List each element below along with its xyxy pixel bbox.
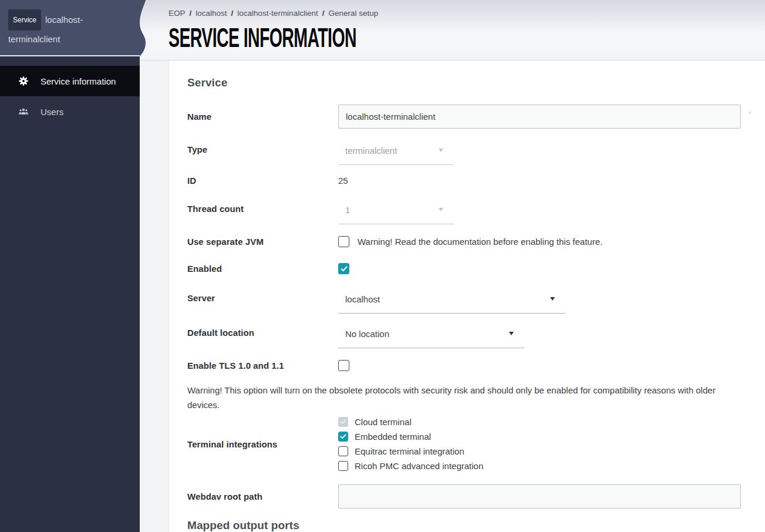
main-content: EOP/localhost/localhost-terminalclient/G…: [140, 0, 765, 532]
thread-count-select: 1: [338, 204, 454, 224]
ricoh-pmc-integration-label: Ricoh PMC advanced integration: [355, 461, 483, 471]
use-separate-jvm-checkbox[interactable]: [338, 236, 349, 247]
name-input-wrap: *: [338, 105, 741, 129]
id-label: ID: [187, 176, 338, 186]
sidebar-service-header: Servicelocalhost-terminalclient: [0, 0, 140, 56]
form-row-thread-count: Thread count 1: [187, 204, 741, 224]
page-header: EOP/localhost/localhost-terminalclient/G…: [140, 0, 765, 60]
sidebar-item-users[interactable]: Users: [0, 96, 140, 127]
form-row-enabled: Enabled: [187, 262, 741, 275]
webdav-root-path-label: Webdav root path: [187, 491, 338, 501]
server-label: Server: [187, 293, 338, 314]
name-input[interactable]: [338, 105, 741, 129]
embedded-terminal-checkbox[interactable]: [338, 432, 348, 442]
ricoh-pmc-integration-checkbox[interactable]: [338, 461, 348, 471]
breadcrumb-item-localhost[interactable]: localhost: [196, 9, 227, 18]
form-row-default-location: Default location No location: [187, 328, 741, 348]
terminal-integrations-group: Cloud terminal Embedded terminal Equitra…: [338, 415, 483, 473]
caret-down-icon: [439, 149, 443, 152]
option-equitrac-integration: Equitrac terminal integration: [338, 444, 483, 459]
enabled-label: Enabled: [187, 264, 338, 274]
terminal-integrations-label: Terminal integrations: [187, 439, 338, 449]
webdav-root-path-input[interactable]: [338, 484, 741, 509]
page-title: SERVICE INFORMATION: [168, 22, 356, 53]
name-label: Name: [187, 112, 338, 122]
id-value: 25: [338, 176, 348, 186]
server-select[interactable]: localhost: [338, 293, 565, 314]
breadcrumb-separator: /: [190, 9, 192, 18]
type-select-value: terminalclient: [345, 144, 454, 157]
enable-tls-label: Enable TLS 1.0 and 1.1: [187, 361, 338, 371]
default-location-select[interactable]: No location: [338, 328, 524, 348]
section-heading-mapped-output-ports: Mapped output ports: [187, 519, 741, 532]
service-badge: Service: [8, 9, 41, 31]
required-asterisk-icon: *: [749, 109, 751, 119]
sidebar-item-label: Users: [41, 107, 63, 117]
form-row-type: Type terminalclient: [187, 144, 741, 165]
option-ricoh-pmc-integration: Ricoh PMC advanced integration: [338, 459, 483, 473]
option-cloud-terminal: Cloud terminal: [338, 415, 483, 429]
equitrac-integration-label: Equitrac terminal integration: [355, 446, 464, 456]
sidebar: Servicelocalhost-terminalclient Service …: [0, 0, 140, 532]
caret-down-icon: [509, 332, 514, 335]
form-row-use-separate-jvm: Use separate JVM Warning! Read the docum…: [187, 235, 741, 248]
enabled-checkbox[interactable]: [338, 263, 349, 274]
sidebar-nav: Service information Users: [0, 56, 140, 127]
server-select-value: localhost: [345, 293, 565, 305]
breadcrumb-item-general-setup: General setup: [328, 9, 378, 18]
breadcrumb-item-eop[interactable]: EOP: [168, 9, 186, 18]
form-row-name: Name *: [187, 105, 741, 129]
form-row-enable-tls: Enable TLS 1.0 and 1.1: [187, 359, 741, 372]
caret-down-icon: [550, 297, 555, 301]
cloud-terminal-checkbox: [338, 417, 348, 427]
sidebar-service-title: Servicelocalhost-terminalclient: [8, 9, 132, 48]
webdav-input-wrap: [338, 484, 741, 509]
form-row-webdav-root-path: Webdav root path: [187, 484, 741, 509]
section-heading-service: Service: [187, 76, 741, 89]
type-select: terminalclient: [338, 144, 454, 165]
default-location-label: Default location: [187, 328, 338, 348]
option-embedded-terminal: Embedded terminal: [338, 429, 483, 444]
users-group-icon: [18, 106, 29, 117]
default-location-select-value: No location: [345, 328, 524, 340]
sidebar-item-service-information[interactable]: Service information: [0, 66, 140, 96]
type-label: Type: [187, 144, 338, 165]
breadcrumb-item-service[interactable]: localhost-terminalclient: [237, 9, 318, 18]
tls-warning-text: Warning! This option will turn on the ob…: [187, 383, 741, 412]
form-row-terminal-integrations: Terminal integrations Cloud terminal Emb…: [187, 415, 741, 473]
cloud-terminal-label: Cloud terminal: [355, 417, 412, 427]
equitrac-integration-checkbox[interactable]: [338, 446, 348, 456]
enable-tls-checkbox[interactable]: [338, 360, 349, 371]
breadcrumb-separator: /: [231, 9, 234, 18]
breadcrumb-separator: /: [322, 9, 325, 18]
breadcrumb: EOP/localhost/localhost-terminalclient/G…: [168, 9, 765, 18]
caret-down-icon: [439, 208, 443, 211]
form-row-id: ID 25: [187, 176, 741, 186]
sidebar-item-label: Service information: [41, 76, 116, 86]
thread-count-label: Thread count: [187, 204, 338, 224]
jvm-warning-text: Warning! Read the documentation before e…: [358, 237, 602, 247]
service-form-card: Service Name * Type terminalclient ID 25…: [168, 60, 765, 532]
gear-icon: [18, 76, 29, 86]
use-separate-jvm-label: Use separate JVM: [187, 237, 338, 247]
sidebar-swoosh-decoration: [140, 0, 148, 56]
embedded-terminal-label: Embedded terminal: [355, 432, 431, 442]
form-row-server: Server localhost: [187, 293, 741, 314]
thread-count-select-value: 1: [345, 204, 454, 216]
